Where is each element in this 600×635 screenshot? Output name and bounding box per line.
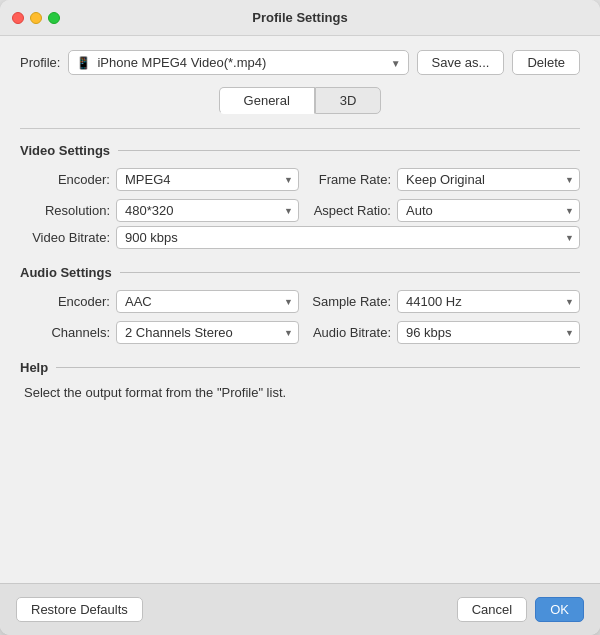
titlebar: Profile Settings <box>0 0 600 36</box>
help-header: Help <box>20 360 580 375</box>
resolution-select-wrapper: 480*320 ▼ <box>116 199 299 222</box>
help-section: Help Select the output format from the "… <box>20 360 580 400</box>
tab-general[interactable]: General <box>219 87 315 114</box>
resolution-label: Resolution: <box>30 203 110 218</box>
audio-encoder-label: Encoder: <box>30 294 110 309</box>
profile-label: Profile: <box>20 55 60 70</box>
help-section-line <box>56 367 580 368</box>
audio-encoder-select-wrapper: AAC ▼ <box>116 290 299 313</box>
frame-rate-select-wrapper: Keep Original ▼ <box>397 168 580 191</box>
sample-rate-row: Sample Rate: 44100 Hz ▼ <box>311 290 580 313</box>
audio-bitrate-select[interactable]: 96 kbps <box>397 321 580 344</box>
sample-rate-label: Sample Rate: <box>311 294 391 309</box>
audio-encoder-row: Encoder: AAC ▼ <box>30 290 299 313</box>
audio-settings-title: Audio Settings <box>20 265 112 280</box>
main-content: Profile: 📱 iPhone MPEG4 Video(*.mp4) ▼ S… <box>0 36 600 583</box>
delete-button[interactable]: Delete <box>512 50 580 75</box>
save-as-button[interactable]: Save as... <box>417 50 505 75</box>
ok-button[interactable]: OK <box>535 597 584 622</box>
audio-bitrate-label: Audio Bitrate: <box>311 325 391 340</box>
video-bitrate-select-wrapper: 900 kbps ▼ <box>116 226 580 249</box>
audio-encoder-select[interactable]: AAC <box>116 290 299 313</box>
resolution-row: Resolution: 480*320 ▼ <box>30 199 299 222</box>
profile-select[interactable]: iPhone MPEG4 Video(*.mp4) <box>68 50 408 75</box>
video-bitrate-select[interactable]: 900 kbps <box>116 226 580 249</box>
aspect-ratio-label: Aspect Ratio: <box>311 203 391 218</box>
restore-defaults-button[interactable]: Restore Defaults <box>16 597 143 622</box>
video-bitrate-row: Video Bitrate: 900 kbps ▼ <box>20 226 580 249</box>
tab-3d[interactable]: 3D <box>315 87 382 114</box>
channels-label: Channels: <box>30 325 110 340</box>
frame-rate-row: Frame Rate: Keep Original ▼ <box>311 168 580 191</box>
video-settings-title: Video Settings <box>20 143 110 158</box>
cancel-button[interactable]: Cancel <box>457 597 527 622</box>
video-bitrate-label: Video Bitrate: <box>30 230 110 245</box>
video-settings-header: Video Settings <box>20 143 580 158</box>
profile-select-wrapper: 📱 iPhone MPEG4 Video(*.mp4) ▼ <box>68 50 408 75</box>
audio-form-grid: Encoder: AAC ▼ Sample Rate: 44100 Hz <box>20 290 580 344</box>
help-text: Select the output format from the "Profi… <box>20 385 580 400</box>
encoder-label: Encoder: <box>30 172 110 187</box>
audio-bitrate-row: Audio Bitrate: 96 kbps ▼ <box>311 321 580 344</box>
tabs-row: General 3D <box>20 87 580 114</box>
channels-select-wrapper: 2 Channels Stereo ▼ <box>116 321 299 344</box>
aspect-ratio-select-wrapper: Auto ▼ <box>397 199 580 222</box>
encoder-row: Encoder: MPEG4 ▼ <box>30 168 299 191</box>
footer-left: Restore Defaults <box>16 597 457 622</box>
frame-rate-select[interactable]: Keep Original <box>397 168 580 191</box>
audio-settings-header: Audio Settings <box>20 265 580 280</box>
traffic-lights <box>12 12 60 24</box>
video-form-grid: Encoder: MPEG4 ▼ Frame Rate: Keep Origin… <box>20 168 580 222</box>
audio-section-line <box>120 272 580 273</box>
minimize-button[interactable] <box>30 12 42 24</box>
video-section-line <box>118 150 580 151</box>
help-title: Help <box>20 360 48 375</box>
sample-rate-select-wrapper: 44100 Hz ▼ <box>397 290 580 313</box>
footer-right: Cancel OK <box>457 597 584 622</box>
footer: Restore Defaults Cancel OK <box>0 583 600 635</box>
audio-bitrate-select-wrapper: 96 kbps ▼ <box>397 321 580 344</box>
close-button[interactable] <box>12 12 24 24</box>
profile-row: Profile: 📱 iPhone MPEG4 Video(*.mp4) ▼ S… <box>20 50 580 75</box>
maximize-button[interactable] <box>48 12 60 24</box>
window: Profile Settings Profile: 📱 iPhone MPEG4… <box>0 0 600 635</box>
channels-select[interactable]: 2 Channels Stereo <box>116 321 299 344</box>
encoder-select[interactable]: MPEG4 <box>116 168 299 191</box>
channels-row: Channels: 2 Channels Stereo ▼ <box>30 321 299 344</box>
aspect-ratio-select[interactable]: Auto <box>397 199 580 222</box>
resolution-select[interactable]: 480*320 <box>116 199 299 222</box>
separator <box>20 128 580 129</box>
video-settings-section: Video Settings Encoder: MPEG4 ▼ Frame <box>20 143 580 249</box>
sample-rate-select[interactable]: 44100 Hz <box>397 290 580 313</box>
frame-rate-label: Frame Rate: <box>311 172 391 187</box>
audio-settings-section: Audio Settings Encoder: AAC ▼ Sample <box>20 265 580 344</box>
aspect-ratio-row: Aspect Ratio: Auto ▼ <box>311 199 580 222</box>
window-title: Profile Settings <box>252 10 347 25</box>
encoder-select-wrapper: MPEG4 ▼ <box>116 168 299 191</box>
